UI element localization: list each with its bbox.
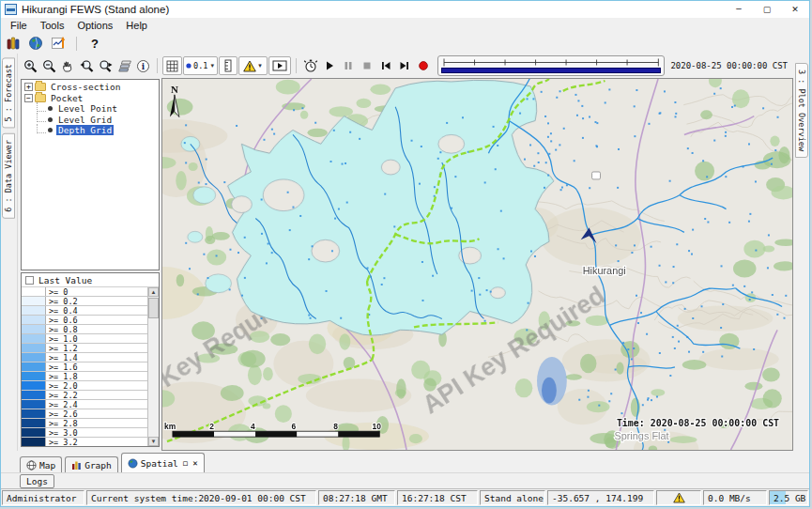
zoom-out-icon[interactable] xyxy=(40,57,58,75)
legend-row[interactable]: >= 0.8 xyxy=(22,325,147,334)
layer-bullet-icon xyxy=(48,128,53,132)
menu-tools[interactable]: Tools xyxy=(34,20,71,31)
legend-label: >= 3.0 xyxy=(46,428,78,437)
warning-triangle-icon xyxy=(673,492,685,503)
tab-map[interactable]: Map xyxy=(20,456,62,472)
legend-swatch xyxy=(22,287,46,296)
layer-bullet-icon xyxy=(48,106,53,111)
legend-row[interactable]: >= 0 xyxy=(22,287,147,297)
legend-row[interactable]: >= 1.8 xyxy=(22,372,147,381)
menu-help[interactable]: Help xyxy=(119,20,154,31)
animation-panel-button[interactable] xyxy=(268,56,291,75)
layers-icon[interactable] xyxy=(115,57,133,75)
collapse-icon[interactable]: − xyxy=(24,94,33,102)
tab-close-icon[interactable]: ✕ xyxy=(191,458,197,468)
legend-swatch xyxy=(22,306,46,315)
legend-row[interactable]: >= 1.2 xyxy=(22,344,147,353)
legend-swatch xyxy=(22,391,46,399)
logs-button[interactable]: Logs xyxy=(20,474,54,488)
legend-row[interactable]: >= 2.4 xyxy=(22,400,147,409)
scale-gauge-button[interactable] xyxy=(219,56,237,75)
stop-icon[interactable] xyxy=(358,57,375,75)
info-icon[interactable]: i xyxy=(134,57,152,75)
record-movie-icon[interactable] xyxy=(414,57,432,75)
tab-spatial[interactable]: Spatial ◻ ✕ xyxy=(121,453,205,472)
svg-text:4: 4 xyxy=(251,422,255,431)
timeseries-chart-icon[interactable] xyxy=(50,35,67,52)
legend-row[interactable]: >= 2.0 xyxy=(22,381,147,391)
timeline-period-bar[interactable] xyxy=(441,68,661,73)
toolbar-separator xyxy=(76,37,77,51)
zoom-in-icon[interactable] xyxy=(22,57,39,75)
tab-data-viewer[interactable]: 6 : Data Viewer xyxy=(2,133,15,219)
skip-to-start-icon[interactable] xyxy=(376,57,394,75)
legend-row[interactable]: >= 2.2 xyxy=(22,391,147,400)
thresholds-warning-dropdown[interactable]: ▾ xyxy=(238,56,268,75)
legend-label: >= 2.4 xyxy=(46,400,78,409)
tab-plot-overview[interactable]: 3 : Plot Overview xyxy=(795,63,808,158)
legend-row[interactable]: >= 3.0 xyxy=(22,428,147,438)
threshold-value: 0.1 xyxy=(193,61,207,70)
main-toolbar: ? xyxy=(1,33,809,54)
legend-row[interactable]: >= 1.0 xyxy=(22,334,147,344)
run-animation-clock-icon[interactable] xyxy=(301,57,319,75)
database-viewer-icon[interactable] xyxy=(5,35,22,52)
grid-display-button[interactable] xyxy=(162,56,182,75)
legend-row[interactable]: >= 2.6 xyxy=(22,409,147,419)
toolbar-separator xyxy=(296,58,297,73)
legend-row[interactable]: >= 0.2 xyxy=(22,297,147,306)
globe-icon xyxy=(128,458,138,469)
legend-row[interactable]: >= 0.4 xyxy=(22,306,147,316)
tree-item-cross-section[interactable]: + Cross-section xyxy=(23,82,159,93)
maximize-button[interactable]: ▢ xyxy=(753,1,781,18)
legend-swatch xyxy=(22,353,46,362)
scroll-up-icon[interactable]: ▲ xyxy=(148,287,159,297)
pan-hand-icon[interactable] xyxy=(59,57,77,75)
menu-file[interactable]: File xyxy=(4,20,34,31)
play-icon[interactable] xyxy=(320,57,338,75)
legend-row[interactable]: >= 2.8 xyxy=(22,419,147,428)
tab-maximize-icon[interactable]: ◻ xyxy=(181,458,188,468)
svg-text:6: 6 xyxy=(292,422,297,431)
minimize-button[interactable]: ─ xyxy=(725,1,753,18)
threshold-dot-icon xyxy=(186,63,192,69)
layer-bullet-icon xyxy=(48,117,53,122)
svg-text:10: 10 xyxy=(373,422,382,431)
legend-label: >= 3.2 xyxy=(46,438,78,446)
legend-swatch xyxy=(22,344,46,352)
help-icon[interactable]: ? xyxy=(86,35,103,52)
status-system-time: Current system time:2020-09-01 00:00 CST xyxy=(86,490,316,505)
zoom-previous-icon[interactable] xyxy=(78,57,96,75)
close-button[interactable]: ✕ xyxy=(781,1,809,18)
status-gmt-time: 08:27:18 GMT xyxy=(318,490,395,505)
zoom-next-icon[interactable] xyxy=(97,57,115,75)
timeline-slider[interactable] xyxy=(437,55,665,76)
status-coordinates: -35.657 , 174.199 xyxy=(547,490,654,505)
tab-forecast[interactable]: 5 : Forecast xyxy=(2,57,15,128)
last-value-checkbox[interactable] xyxy=(25,276,34,285)
tree-item-depth-grid[interactable]: Depth Grid xyxy=(23,125,159,136)
svg-text:2: 2 xyxy=(209,422,214,431)
pause-icon[interactable] xyxy=(339,57,357,75)
svg-text:i: i xyxy=(142,62,146,71)
legend-row[interactable]: >= 1.6 xyxy=(22,362,147,372)
scroll-thumb[interactable] xyxy=(148,298,159,318)
legend-row[interactable]: >= 1.4 xyxy=(22,353,147,362)
legend-row[interactable]: >= 3.2 xyxy=(22,438,147,446)
tree-item-pocket[interactable]: − Pocket xyxy=(23,93,159,104)
expand-icon[interactable]: + xyxy=(24,83,33,91)
tab-graph[interactable]: Graph xyxy=(65,456,118,472)
legend-scrollbar[interactable]: ▲ ▼ xyxy=(148,287,159,446)
menu-bar: File Tools Options Help xyxy=(1,18,809,33)
left-tab-strip: 5 : Forecast 6 : Data Viewer xyxy=(1,54,17,451)
menu-options[interactable]: Options xyxy=(70,20,119,31)
map-globe-icon[interactable] xyxy=(27,35,44,52)
map-canvas[interactable]: API Key Required API Key Required xyxy=(161,78,793,451)
skip-to-end-icon[interactable] xyxy=(395,57,413,75)
tree-connector xyxy=(37,124,46,133)
threshold-dropdown[interactable]: 0.1 ▾ xyxy=(183,56,218,75)
status-warning-cell[interactable] xyxy=(656,490,701,505)
legend-label: >= 0 xyxy=(46,287,68,296)
scroll-down-icon[interactable]: ▼ xyxy=(148,437,159,446)
legend-row[interactable]: >= 0.6 xyxy=(22,316,147,325)
